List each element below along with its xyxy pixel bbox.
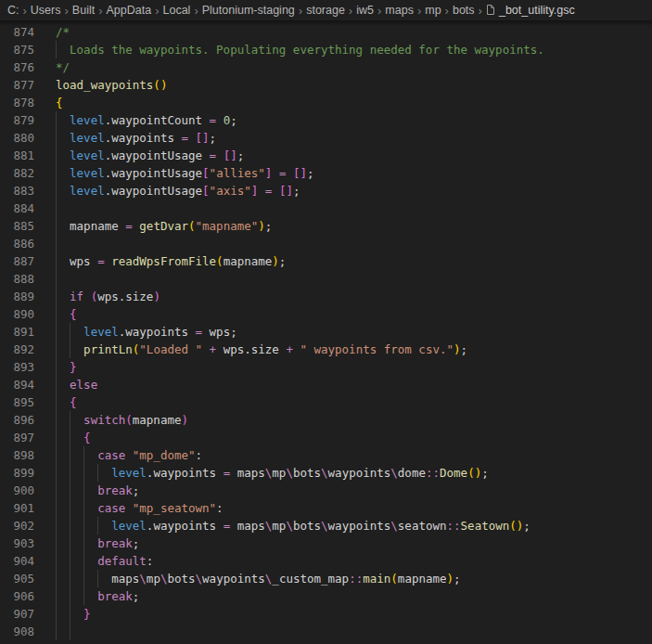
- code-line[interactable]: 878{: [0, 94, 652, 111]
- code-line[interactable]: 905 maps\mp\bots\waypoints\_custom_map::…: [0, 570, 652, 587]
- code-line[interactable]: 907 }: [0, 605, 652, 623]
- line-number[interactable]: 898: [0, 446, 34, 464]
- code-line[interactable]: 906 break;: [0, 587, 652, 605]
- code-line[interactable]: 908: [0, 623, 652, 640]
- breadcrumb-file[interactable]: _bot_utility.gsc: [499, 4, 575, 17]
- line-number[interactable]: 896: [0, 411, 34, 429]
- breadcrumb-item[interactable]: Local: [163, 4, 191, 17]
- code-line[interactable]: 903 break;: [0, 535, 652, 552]
- line-number[interactable]: 882: [0, 164, 34, 182]
- code-line[interactable]: 899 level.waypoints = maps\mp\bots\waypo…: [0, 464, 652, 482]
- code-line[interactable]: 885 mapname = getDvar("mapname");: [0, 217, 652, 235]
- code-line[interactable]: 882 level.waypointUsage["allies"] = [];: [0, 164, 652, 182]
- line-number[interactable]: 881: [0, 147, 34, 164]
- code-editor[interactable]: 874/*875 Loads the waypoints. Populating…: [0, 20, 652, 640]
- line-number[interactable]: 904: [0, 552, 34, 570]
- code-line[interactable]: 880 level.waypoints = [];: [0, 129, 652, 147]
- breadcrumb-item[interactable]: bots: [453, 4, 475, 17]
- line-number[interactable]: 874: [0, 23, 34, 41]
- code-line[interactable]: 900 break;: [0, 482, 652, 499]
- breadcrumb-item[interactable]: Built: [72, 4, 95, 17]
- line-number[interactable]: 906: [0, 587, 34, 605]
- indent-guide: [56, 270, 57, 288]
- code-line[interactable]: 895 {: [0, 393, 652, 411]
- breadcrumb-item[interactable]: C:: [7, 4, 19, 17]
- code-token: +: [279, 342, 300, 356]
- code-token: [56, 113, 70, 127]
- breadcrumb-item[interactable]: Users: [31, 4, 61, 17]
- line-number[interactable]: 905: [0, 570, 34, 587]
- code-line[interactable]: 881 level.waypointUsage = [];: [0, 147, 652, 164]
- line-number[interactable]: 892: [0, 341, 34, 358]
- code-line[interactable]: 876*/: [0, 58, 652, 76]
- line-number[interactable]: 885: [0, 217, 34, 235]
- code-token: ;: [293, 184, 300, 198]
- line-number[interactable]: 895: [0, 393, 34, 411]
- code-token: [83, 290, 91, 303]
- line-number[interactable]: 901: [0, 499, 34, 517]
- code-token: level: [83, 325, 119, 339]
- code-line[interactable]: 891 level.waypoints = wps;: [0, 323, 652, 341]
- code-token: ;: [279, 254, 287, 268]
- code-line[interactable]: 892 printLn("Loaded " + wps.size + " way…: [0, 341, 652, 358]
- code-line[interactable]: 890 {: [0, 305, 652, 323]
- line-number[interactable]: 903: [0, 535, 34, 552]
- line-number[interactable]: 900: [0, 482, 34, 499]
- line-number[interactable]: 888: [0, 270, 34, 288]
- code-line[interactable]: 884: [0, 200, 652, 217]
- line-number[interactable]: 907: [0, 605, 34, 623]
- code-line[interactable]: 883 level.waypointUsage["axis"] = [];: [0, 182, 652, 200]
- code-line[interactable]: 888: [0, 270, 652, 288]
- code-line[interactable]: 898 case "mp_dome":: [0, 446, 652, 464]
- breadcrumb-item[interactable]: iw5: [356, 4, 374, 17]
- code-line[interactable]: 902 level.waypoints = maps\mp\bots\waypo…: [0, 517, 652, 535]
- code-line[interactable]: 893 }: [0, 358, 652, 376]
- code-token: ): [272, 254, 279, 268]
- line-number[interactable]: 893: [0, 358, 34, 376]
- code-line[interactable]: 887 wps = readWpsFromFile(mapname);: [0, 252, 652, 270]
- code-text: {: [56, 393, 652, 411]
- line-number[interactable]: 890: [0, 305, 34, 323]
- code-text: switch(mapname): [56, 411, 652, 429]
- line-number[interactable]: 883: [0, 182, 34, 200]
- line-number[interactable]: 886: [0, 235, 34, 252]
- code-line[interactable]: 896 switch(mapname): [0, 411, 652, 429]
- code-line[interactable]: 875 Loads the waypoints. Populating ever…: [0, 41, 652, 58]
- breadcrumb-item[interactable]: storage: [306, 4, 345, 17]
- line-number[interactable]: 894: [0, 376, 34, 393]
- line-number[interactable]: 897: [0, 429, 34, 446]
- code-token: (: [125, 413, 133, 427]
- code-token: [56, 519, 111, 533]
- breadcrumb-item[interactable]: maps: [385, 4, 414, 17]
- code-token: if: [70, 290, 83, 303]
- line-number[interactable]: 880: [0, 129, 34, 147]
- line-number[interactable]: 878: [0, 94, 34, 111]
- code-token: ;: [133, 483, 140, 497]
- line-number[interactable]: 891: [0, 323, 34, 341]
- line-number[interactable]: 889: [0, 288, 34, 305]
- code-token: [56, 307, 70, 321]
- breadcrumb-item[interactable]: AppData: [107, 4, 152, 17]
- line-number[interactable]: 902: [0, 517, 34, 535]
- code-line[interactable]: 897 {: [0, 429, 652, 446]
- line-number[interactable]: 879: [0, 111, 34, 129]
- code-line[interactable]: 874/*: [0, 23, 652, 41]
- code-line[interactable]: 901 case "mp_seatown":: [0, 499, 652, 517]
- line-number[interactable]: 887: [0, 252, 34, 270]
- breadcrumb-item[interactable]: Plutonium-staging: [202, 4, 295, 17]
- line-number[interactable]: 876: [0, 58, 34, 76]
- code-line[interactable]: 904 default:: [0, 552, 652, 570]
- line-number[interactable]: 908: [0, 623, 34, 640]
- code-token: waypointCount: [111, 113, 202, 127]
- code-line[interactable]: 894 else: [0, 376, 652, 393]
- code-line[interactable]: 879 level.waypointCount = 0;: [0, 111, 652, 129]
- code-line[interactable]: 877load_waypoints(): [0, 76, 652, 94]
- code-token: "mp_seatown": [133, 501, 216, 515]
- line-number[interactable]: 877: [0, 76, 34, 94]
- line-number[interactable]: 899: [0, 464, 34, 482]
- line-number[interactable]: 875: [0, 41, 34, 58]
- code-line[interactable]: 886: [0, 235, 652, 252]
- code-line[interactable]: 889 if (wps.size): [0, 288, 652, 305]
- line-number[interactable]: 884: [0, 200, 34, 217]
- breadcrumb-item[interactable]: mp: [425, 4, 441, 17]
